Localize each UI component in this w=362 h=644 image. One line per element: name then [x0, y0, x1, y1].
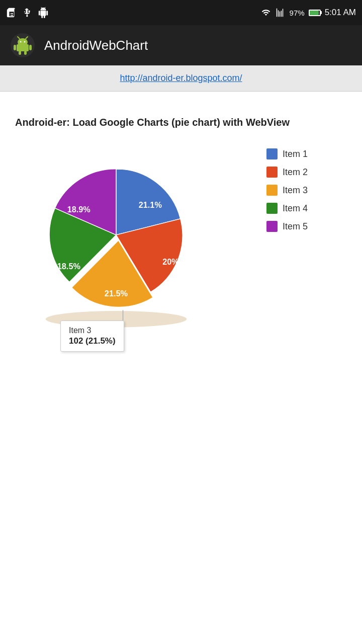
svg-rect-7 — [14, 45, 16, 50]
signal-icon — [276, 8, 286, 17]
android-face-icon — [37, 7, 49, 18]
legend-item-3: Item 3 — [266, 185, 347, 196]
slice-label-4: 18.5% — [57, 262, 81, 271]
battery-percent: 97% — [290, 9, 305, 17]
main-content: Android-er: Load Google Charts (pie char… — [0, 92, 362, 644]
chart-title: Android-er: Load Google Charts (pie char… — [15, 117, 347, 128]
chart-area: 21.1% 20% 21.5% 18.5% 18.9% Item 3 — [15, 143, 347, 342]
legend-color-1 — [266, 148, 278, 159]
svg-point-2 — [18, 38, 28, 46]
slice-label-3: 21.5% — [105, 289, 128, 298]
sim-card-icon — [6, 7, 17, 18]
usb-icon — [22, 7, 32, 18]
tooltip-value: 102 (21.5%) — [69, 336, 116, 346]
svg-rect-9 — [19, 51, 21, 55]
legend-color-4 — [266, 203, 278, 214]
chart-legend: Item 1 Item 2 Item 3 Item 4 Item 5 — [266, 143, 347, 232]
legend-color-5 — [266, 221, 278, 232]
legend-item-2: Item 2 — [266, 167, 347, 178]
legend-item-5: Item 5 — [266, 221, 347, 232]
time-display: 5:01 AM — [325, 8, 356, 18]
url-bar[interactable]: http://android-er.blogspot.com/ — [0, 65, 362, 92]
legend-label-4: Item 4 — [283, 203, 308, 214]
battery-icon — [309, 10, 321, 16]
legend-label-3: Item 3 — [283, 185, 308, 196]
app-bar: AndroidWebChart — [0, 25, 362, 65]
slice-label-1: 21.1% — [139, 200, 162, 209]
legend-color-2 — [266, 167, 278, 178]
slice-label-2: 20% — [162, 257, 179, 266]
status-bar: 97% 5:01 AM — [0, 0, 362, 25]
legend-label-1: Item 1 — [283, 149, 308, 159]
app-title: AndroidWebChart — [44, 38, 148, 53]
legend-label-2: Item 2 — [283, 167, 308, 178]
pie-chart-container: 21.1% 20% 21.5% 18.5% 18.9% Item 3 — [15, 148, 226, 342]
url-text[interactable]: http://android-er.blogspot.com/ — [120, 73, 242, 84]
status-left-icons — [6, 7, 49, 18]
tooltip: Item 3 102 (21.5%) — [60, 320, 124, 352]
svg-point-4 — [24, 41, 26, 43]
svg-rect-8 — [29, 45, 32, 50]
legend-item-1: Item 1 — [266, 148, 347, 159]
legend-label-5: Item 5 — [283, 221, 308, 232]
legend-item-4: Item 4 — [266, 203, 347, 214]
slice-label-5: 18.9% — [67, 205, 91, 214]
pie-chart-svg: 21.1% 20% 21.5% 18.5% 18.9% — [15, 148, 226, 340]
legend-color-3 — [266, 185, 278, 196]
wifi-icon — [260, 8, 272, 17]
status-right-icons: 97% 5:01 AM — [260, 8, 356, 18]
android-logo — [10, 33, 35, 58]
tooltip-title: Item 3 — [69, 326, 116, 335]
svg-rect-10 — [24, 51, 27, 55]
svg-point-3 — [20, 41, 22, 43]
